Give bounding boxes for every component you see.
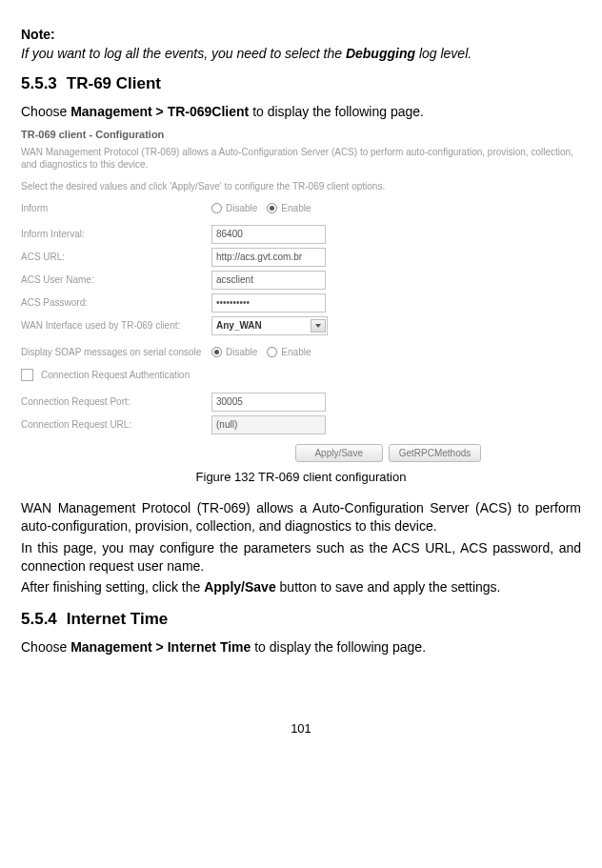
intro-554: Choose Management > Internet Time to dis…	[21, 638, 581, 656]
soap-label: Display SOAP messages on serial console	[21, 347, 211, 357]
acs-user-input[interactable]: acsclient	[211, 271, 326, 290]
inform-enable-radio[interactable]: Enable	[267, 203, 311, 213]
conn-port-label: Connection Request Port:	[21, 396, 211, 407]
para-3-before: After finishing setting, click the	[21, 579, 204, 595]
intro-554-bold: Management > Internet Time	[70, 639, 251, 655]
note-text-after: log level.	[415, 46, 472, 61]
acs-user-row: ACS User Name: acsclient	[21, 269, 579, 292]
intro-553-bold: Management > TR-069Client	[70, 104, 249, 119]
intro-554-after: to display the following page.	[251, 639, 426, 655]
acs-pass-row: ACS Password: ••••••••••	[21, 292, 579, 314]
figure-caption: Figure 132 TR-069 client configuration	[21, 470, 581, 484]
note-text-bold: Debugging	[346, 46, 415, 61]
heading-553-num: 5.5.3	[21, 74, 57, 93]
get-rpc-methods-button[interactable]: GetRPCMethods	[389, 444, 482, 462]
conn-port-input[interactable]: 30005	[211, 393, 326, 412]
inform-interval-input[interactable]: 86400	[211, 225, 326, 244]
inform-row: Inform Disable Enable	[21, 201, 579, 215]
heading-554: 5.5.4Internet Time	[21, 610, 581, 629]
intro-553-after: to display the following page.	[249, 104, 424, 119]
heading-553: 5.5.3TR-69 Client	[21, 74, 581, 93]
intro-553: Choose Management > TR-069Client to disp…	[21, 103, 581, 121]
note-label: Note:	[21, 27, 581, 42]
acs-pass-label: ACS Password:	[21, 297, 211, 308]
conn-auth-row: Connection Request Authentication	[21, 359, 579, 391]
heading-554-num: 5.5.4	[21, 610, 57, 629]
wan-if-row: WAN Interface used by TR-069 client: Any…	[21, 314, 579, 337]
heading-553-title: TR-69 Client	[67, 74, 161, 92]
para-3-bold: Apply/Save	[204, 579, 275, 595]
conn-auth-label: Connection Request Authentication	[41, 370, 190, 380]
chevron-down-icon	[311, 319, 326, 333]
inform-label: Inform	[21, 203, 211, 213]
wan-if-select[interactable]: Any_WAN	[211, 316, 328, 335]
shot-description: WAN Management Protocol (TR-069) allows …	[21, 146, 579, 177]
soap-row: Display SOAP messages on serial console …	[21, 345, 579, 359]
shot-instruction: Select the desired values and click 'App…	[21, 177, 579, 201]
soap-disable-radio[interactable]: Disable	[211, 347, 257, 357]
acs-user-label: ACS User Name:	[21, 274, 211, 285]
conn-auth-checkbox[interactable]	[21, 369, 33, 381]
wan-if-value: Any_WAN	[216, 319, 262, 333]
para-3: After finishing setting, click the Apply…	[21, 578, 581, 596]
inform-interval-label: Inform Interval:	[21, 229, 211, 239]
inform-disable-label: Disable	[226, 203, 257, 213]
tr069-screenshot: TR-069 client - Configuration WAN Manage…	[21, 125, 579, 464]
inform-enable-label: Enable	[281, 203, 311, 213]
page-number: 101	[21, 721, 581, 736]
para-1: WAN Management Protocol (TR-069) allows …	[21, 499, 581, 535]
heading-554-title: Internet Time	[67, 610, 168, 628]
shot-title: TR-069 client - Configuration	[21, 125, 579, 146]
button-row: Apply/Save GetRPCMethods	[21, 436, 579, 464]
note-text-before: If you want to log all the events, you n…	[21, 46, 346, 61]
acs-pass-input[interactable]: ••••••••••	[211, 293, 326, 313]
conn-port-row: Connection Request Port: 30005	[21, 391, 579, 414]
para-2: In this page, you may configure the para…	[21, 539, 581, 575]
apply-save-button[interactable]: Apply/Save	[295, 444, 383, 462]
soap-enable-radio[interactable]: Enable	[267, 347, 311, 357]
acs-url-row: ACS URL: http://acs.gvt.com.br	[21, 246, 579, 269]
intro-553-before: Choose	[21, 104, 70, 119]
para-3-after: button to save and apply the settings.	[276, 579, 501, 595]
conn-url-input[interactable]: (null)	[211, 415, 326, 434]
acs-url-input[interactable]: http://acs.gvt.com.br	[211, 248, 326, 267]
wan-if-label: WAN Interface used by TR-069 client:	[21, 320, 211, 331]
note-text: If you want to log all the events, you n…	[21, 46, 581, 61]
inform-interval-row: Inform Interval: 86400	[21, 223, 579, 246]
acs-url-label: ACS URL:	[21, 252, 211, 262]
conn-url-row: Connection Request URL: (null)	[21, 414, 579, 436]
conn-url-label: Connection Request URL:	[21, 419, 211, 430]
soap-enable-label: Enable	[281, 347, 311, 357]
soap-disable-label: Disable	[226, 347, 257, 357]
inform-disable-radio[interactable]: Disable	[211, 203, 257, 213]
intro-554-before: Choose	[21, 639, 70, 655]
